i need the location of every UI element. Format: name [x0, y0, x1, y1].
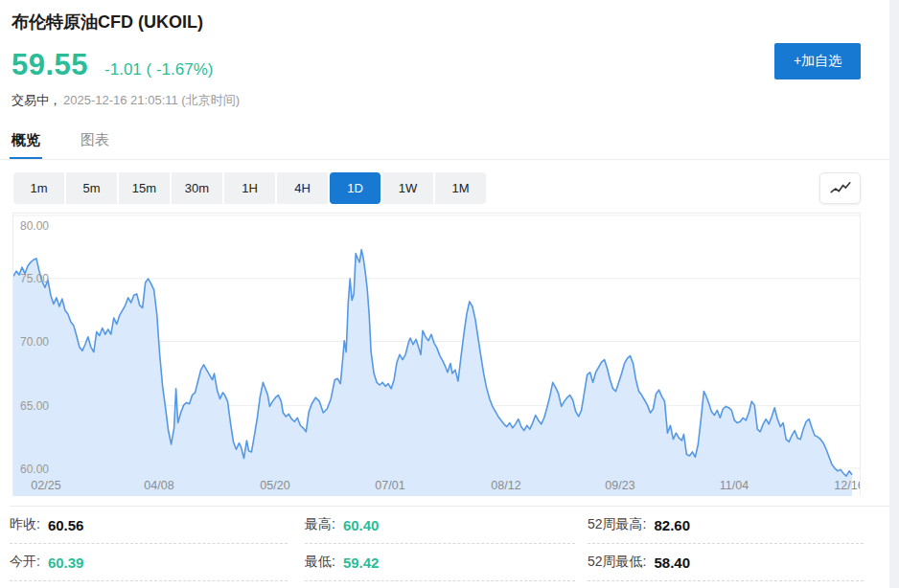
stat-label: 52周最低:	[588, 554, 646, 571]
stats-column: 最高:60.40最低:59.42	[305, 507, 575, 581]
x-tick-label: 08/12	[491, 479, 520, 492]
x-tick-label: 05/20	[260, 479, 289, 492]
stat-label: 最高:	[305, 516, 335, 533]
stat-value: 59.42	[343, 554, 380, 571]
x-tick-label: 02/25	[31, 479, 60, 492]
stat-52w-low: 52周最低:58.40	[588, 544, 864, 581]
interval-1M[interactable]: 1M	[435, 172, 486, 204]
add-watchlist-button[interactable]: +加自选	[774, 43, 861, 79]
stats-column: 昨收:60.56今开:60.39	[10, 507, 288, 581]
x-tick-label: 07/01	[375, 479, 404, 492]
interval-1m[interactable]: 1m	[13, 172, 64, 204]
interval-1W[interactable]: 1W	[382, 172, 433, 204]
stat-value: 60.56	[48, 517, 84, 533]
stat-prev-close: 昨收:60.56	[10, 507, 288, 544]
stat-label: 最低:	[305, 554, 335, 571]
stat-label: 52周最高:	[588, 516, 646, 533]
interval-1D[interactable]: 1D	[330, 172, 380, 204]
price-chart[interactable]: 80.0075.0070.0065.0060.00 02/2504/0805/2…	[12, 213, 861, 496]
x-tick-label: 04/08	[144, 479, 173, 492]
y-tick-label: 80.00	[20, 219, 49, 233]
interval-5m[interactable]: 5m	[66, 172, 117, 204]
price-row: 59.55 -1.01 ( -1.67%)	[12, 48, 213, 82]
tab-bar: 概览图表	[12, 131, 109, 160]
interval-4H[interactable]: 4H	[277, 172, 328, 204]
y-tick-label: 60.00	[20, 463, 49, 476]
interval-30m[interactable]: 30m	[172, 172, 222, 204]
price-change: -1.01 ( -1.67%)	[104, 60, 213, 79]
x-tick-label: 11/04	[720, 479, 749, 492]
stat-label: 昨收:	[10, 516, 40, 533]
tab-overview[interactable]: 概览	[12, 131, 40, 160]
stat-open: 今开:60.39	[10, 544, 288, 581]
quote-timestamp: 2025-12-16 21:05:11 (北京时间)	[63, 93, 240, 107]
tab-chart[interactable]: 图表	[81, 131, 109, 160]
interval-group: 1m5m15m30m1H4H1D1W1M	[13, 172, 486, 204]
interval-1H[interactable]: 1H	[224, 172, 275, 204]
scrollbar-track[interactable]	[889, 0, 899, 588]
page-title: 布伦特原油CFD (UKOIL)	[12, 11, 203, 34]
x-tick-label: 09/23	[605, 479, 634, 492]
stats-column: 52周最高:82.6052周最低:58.40	[588, 507, 864, 581]
status-row: 交易中，2025-12-16 21:05:11 (北京时间)	[12, 92, 240, 109]
y-tick-label: 65.00	[20, 399, 49, 413]
stat-low: 最低:59.42	[305, 544, 575, 581]
stat-value: 60.39	[48, 554, 84, 571]
line-chart-icon	[828, 181, 853, 196]
stat-52w-high: 52周最高:82.60	[588, 507, 864, 544]
tabs-divider	[0, 159, 889, 160]
stat-value: 58.40	[654, 554, 690, 571]
stat-value: 82.60	[654, 517, 690, 533]
stat-high: 最高:60.40	[305, 507, 575, 544]
interval-15m[interactable]: 15m	[119, 172, 170, 204]
last-price: 59.55	[12, 48, 88, 82]
x-tick-label: 12/16	[834, 479, 861, 492]
stat-value: 60.40	[343, 517, 380, 533]
price-area-chart	[13, 214, 860, 496]
y-tick-label: 75.00	[20, 272, 49, 285]
trading-status: 交易中，	[12, 93, 61, 107]
stat-label: 今开:	[10, 554, 40, 571]
chart-type-button[interactable]	[819, 172, 861, 204]
y-tick-label: 70.00	[20, 335, 49, 349]
